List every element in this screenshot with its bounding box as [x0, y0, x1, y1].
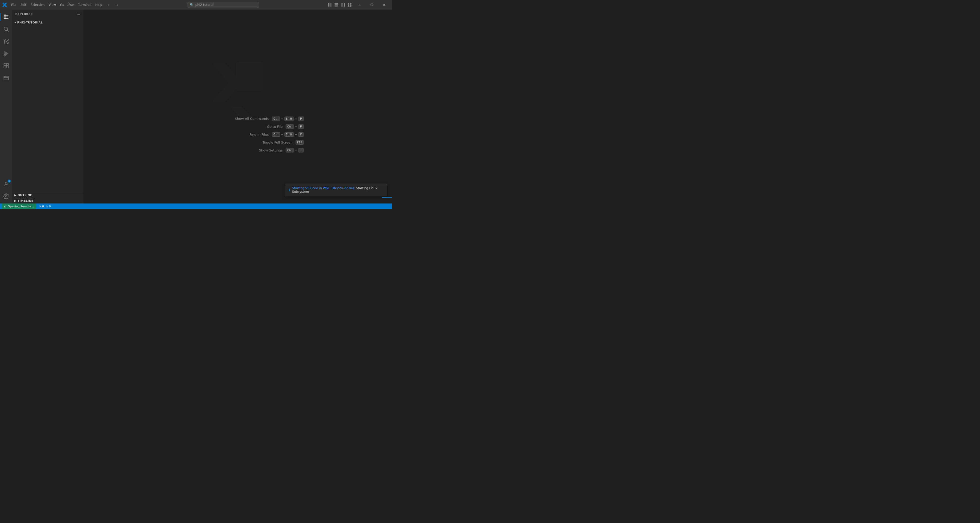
svg-rect-22 [6, 63, 8, 65]
warning-icon: ⚠ [46, 205, 48, 208]
timeline-arrow-icon: ▶ [14, 199, 17, 203]
key-plus-3a: + [281, 133, 283, 136]
folder-header[interactable]: ▼ PHI2-TUTORIAL [12, 20, 83, 25]
activity-extensions[interactable] [0, 60, 12, 72]
activity-source-control[interactable] [0, 35, 12, 48]
main-area: 1 Explorer − ▼ PHI2-TUTORIAL ▶ [0, 10, 392, 203]
shortcuts-list: Show All Commands Ctrl + Shift + P Go to… [231, 117, 304, 152]
svg-rect-9 [350, 5, 352, 6]
restore-button[interactable]: ❐ [366, 0, 378, 10]
notification-link[interactable]: Starting VS Code in WSL (Ubuntu-22.04): [292, 186, 355, 190]
shortcut-keys-toggle-full-screen: F11 [296, 140, 304, 144]
outline-panel-header[interactable]: ▶ OUTLINE [12, 192, 83, 198]
key-comma: , [298, 148, 304, 152]
minimize-button[interactable]: — [354, 0, 366, 10]
menu-selection[interactable]: Selection [28, 2, 46, 8]
shortcut-find-in-files: Find in Files Ctrl + Shift + F [231, 132, 304, 137]
status-bar: ⇄ Opening Remote... ✕ 0 ⚠ 0 [0, 203, 392, 209]
svg-line-18 [5, 41, 8, 42]
accounts-badge: 1 [8, 179, 11, 182]
menu-file[interactable]: File [9, 2, 18, 8]
menu-terminal[interactable]: Terminal [76, 2, 94, 8]
remote-icon: ⇄ [4, 204, 6, 208]
folder-arrow-icon: ▼ [14, 21, 16, 24]
key-plus-1b: + [295, 117, 297, 120]
svg-point-12 [4, 27, 8, 31]
layout-buttons [327, 2, 353, 8]
svg-point-30 [5, 196, 7, 197]
activity-run-debug[interactable] [0, 48, 12, 60]
timeline-label: TIMELINE [18, 199, 33, 203]
svg-rect-0 [328, 3, 329, 6]
svg-rect-3 [334, 5, 338, 6]
activity-search[interactable] [0, 23, 12, 35]
explorer-title: Explorer [15, 13, 33, 16]
menu-run[interactable]: Run [66, 2, 76, 8]
command-search[interactable]: 🔍 phi2-tutorial [188, 2, 259, 8]
menu-bar: File Edit Selection View Go Run Terminal… [9, 2, 104, 8]
key-p-2: P [298, 124, 304, 129]
toggle-primary-sidebar-button[interactable] [327, 2, 333, 8]
svg-rect-5 [341, 3, 343, 6]
blue-accent-line [382, 197, 392, 198]
remote-label: Opening Remote... [8, 205, 34, 208]
svg-rect-1 [329, 3, 331, 6]
shortcut-keys-show-settings: Ctrl + , [286, 148, 304, 152]
error-count: 0 [42, 205, 44, 208]
editor-area: Show All Commands Ctrl + Shift + P Go to… [84, 10, 392, 203]
svg-point-27 [5, 77, 5, 77]
svg-line-13 [7, 30, 9, 32]
toggle-editor-group-button[interactable] [333, 2, 339, 8]
activity-accounts[interactable]: 1 [0, 178, 12, 190]
menu-edit[interactable]: Edit [18, 2, 28, 8]
shortcut-show-settings: Show Settings Ctrl + , [245, 148, 304, 152]
customize-layout-button[interactable] [347, 2, 353, 8]
folder-name: PHI2-TUTORIAL [17, 21, 43, 24]
window-controls: — ❐ ✕ [354, 0, 390, 10]
collapse-button[interactable]: − [77, 12, 80, 16]
activity-remote-explorer[interactable] [0, 72, 12, 84]
sidebar: Explorer − ▼ PHI2-TUTORIAL ▶ OUTLINE ▶ T… [12, 10, 84, 203]
activity-explorer[interactable] [0, 11, 12, 23]
svg-rect-32 [236, 62, 263, 91]
key-shift-1: Shift [284, 117, 294, 121]
key-shift-3: Shift [284, 132, 294, 137]
close-button[interactable]: ✕ [378, 0, 390, 10]
shortcut-label-go-to-file: Go to File [245, 125, 283, 128]
remote-status-button[interactable]: ⇄ Opening Remote... [2, 203, 36, 209]
shortcut-keys-go-to-file: Ctrl + P [286, 124, 304, 129]
search-area: 🔍 phi2-tutorial [121, 2, 326, 8]
shortcut-show-all-commands: Show All Commands Ctrl + Shift + P [231, 117, 304, 121]
key-plus-1a: + [281, 117, 283, 120]
forward-button[interactable]: → [113, 2, 120, 8]
errors-status[interactable]: ✕ 0 ⚠ 0 [38, 203, 52, 209]
sidebar-content: ▼ PHI2-TUTORIAL [12, 19, 83, 192]
svg-point-11 [9, 14, 9, 17]
svg-rect-21 [4, 63, 6, 65]
menu-view[interactable]: View [47, 2, 58, 8]
statusbar-left: ⇄ Opening Remote... ✕ 0 ⚠ 0 [2, 203, 52, 209]
menu-go[interactable]: Go [58, 2, 66, 8]
vscode-logo-icon [2, 2, 7, 7]
key-plus-3b: + [295, 133, 297, 136]
svg-rect-4 [344, 3, 345, 6]
outline-arrow-icon: ▶ [14, 193, 17, 197]
shortcut-keys-find-in-files: Ctrl + Shift + F [272, 132, 304, 137]
activity-settings[interactable] [0, 190, 12, 203]
toggle-secondary-sidebar-button[interactable] [340, 2, 346, 8]
shortcut-go-to-file: Go to File Ctrl + P [245, 124, 304, 129]
explorer-header: Explorer − [12, 10, 83, 19]
svg-rect-24 [6, 66, 8, 68]
key-f11: F11 [296, 140, 304, 144]
svg-point-14 [4, 39, 5, 41]
notification-info-icon: ℹ [289, 188, 290, 192]
back-button[interactable]: ← [105, 2, 113, 8]
svg-rect-10 [4, 14, 6, 19]
timeline-panel-header[interactable]: ▶ TIMELINE [12, 198, 83, 203]
key-plus-2: + [295, 125, 297, 128]
menu-help[interactable]: Help [94, 2, 104, 8]
svg-rect-23 [4, 66, 6, 68]
shortcut-keys-show-all-commands: Ctrl + Shift + P [272, 117, 304, 121]
key-ctrl-5: Ctrl [286, 148, 294, 152]
search-icon: 🔍 [190, 3, 194, 6]
